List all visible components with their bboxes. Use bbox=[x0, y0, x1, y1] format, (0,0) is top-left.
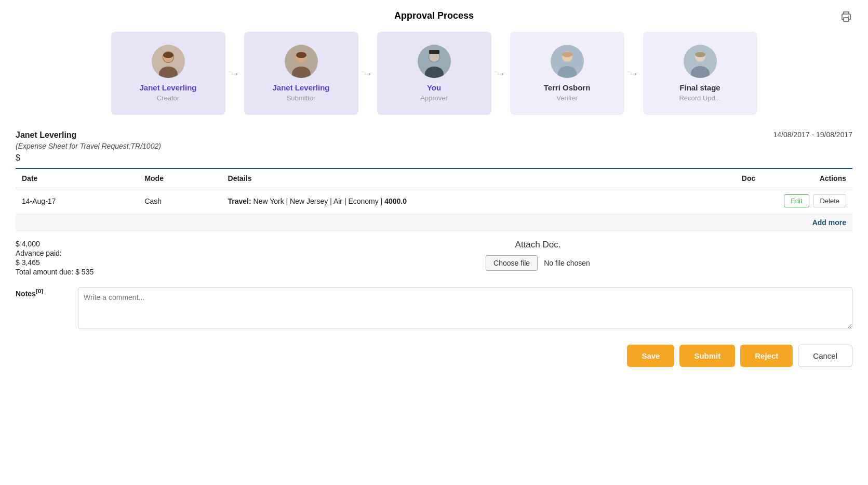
action-buttons: Save Submit Reject Cancel bbox=[16, 345, 852, 367]
col-actions: Actions bbox=[769, 168, 852, 188]
print-icon[interactable] bbox=[840, 10, 852, 25]
step-role-final: Record Upd... bbox=[679, 94, 720, 102]
total-amount: $ 4,000 bbox=[16, 240, 213, 248]
col-details: Details bbox=[222, 168, 728, 188]
arrow-1: → bbox=[230, 68, 240, 80]
step-name-submittor: Janet Leverling bbox=[272, 83, 329, 92]
add-more-cell: Add more bbox=[16, 214, 852, 231]
table-row: 14-Aug-17 Cash Travel: New York | New Je… bbox=[16, 188, 852, 214]
page-title: Approval Process bbox=[16, 10, 852, 21]
step-final: Final stage Record Upd... bbox=[643, 32, 757, 115]
attach-section: Attach Doc. Choose file No file chosen bbox=[223, 240, 852, 277]
step-name-verifier: Terri Osborn bbox=[544, 83, 591, 92]
bottom-section: $ 4,000 Advance paid: $ 3,465 Total amou… bbox=[16, 240, 852, 277]
page-container: Approval Process Janet Leverling Creator… bbox=[0, 0, 868, 485]
advance-amount: $ 3,465 bbox=[16, 258, 213, 267]
expense-subtitle: (Expense Sheet for Travel Request:TR/100… bbox=[16, 142, 852, 150]
details-text: New York | New Jersey | Air | Economy | bbox=[251, 197, 385, 205]
step-name-final: Final stage bbox=[679, 83, 720, 92]
add-more-row: Add more bbox=[16, 214, 852, 231]
cell-mode: Cash bbox=[138, 188, 221, 214]
svg-point-2 bbox=[848, 16, 849, 17]
step-role-verifier: Verifier bbox=[556, 94, 577, 102]
step-approver: You Approver bbox=[377, 32, 491, 115]
due-amount: Total amount due: $ 535 bbox=[16, 268, 213, 276]
avatar-creator bbox=[152, 45, 185, 78]
notes-section: Notes[0] bbox=[16, 287, 852, 329]
svg-rect-1 bbox=[844, 18, 849, 21]
cell-actions: Edit Delete bbox=[769, 188, 852, 214]
expense-table: Date Mode Details Doc Actions 14-Aug-17 … bbox=[16, 168, 852, 231]
submit-button[interactable]: Submit bbox=[679, 345, 735, 367]
step-name-approver: You bbox=[427, 83, 441, 92]
no-file-text: No file chosen bbox=[544, 259, 590, 267]
avatar-final bbox=[684, 45, 717, 78]
file-input-wrapper: Choose file No file chosen bbox=[486, 255, 590, 271]
step-role-submittor: Submittor bbox=[287, 94, 316, 102]
avatar-verifier bbox=[551, 45, 584, 78]
currency-symbol: $ bbox=[16, 153, 852, 163]
arrow-3: → bbox=[496, 68, 506, 80]
svg-point-24 bbox=[695, 52, 705, 57]
svg-point-11 bbox=[296, 52, 306, 58]
details-prefix: Travel: bbox=[228, 197, 251, 205]
advance-label: Advance paid: bbox=[16, 249, 213, 257]
step-name-creator: Janet Leverling bbox=[139, 83, 196, 92]
cancel-button[interactable]: Cancel bbox=[798, 345, 852, 367]
reject-button[interactable]: Reject bbox=[740, 345, 793, 367]
svg-point-20 bbox=[562, 52, 572, 57]
save-button[interactable]: Save bbox=[627, 345, 674, 367]
cell-details: Travel: New York | New Jersey | Air | Ec… bbox=[222, 188, 728, 214]
step-submittor: Janet Leverling Submittor bbox=[244, 32, 358, 115]
notes-textarea[interactable] bbox=[78, 287, 852, 329]
employee-name: Janet Leverling bbox=[16, 130, 852, 140]
arrow-4: → bbox=[629, 68, 639, 80]
notes-label: Notes[0] bbox=[16, 287, 68, 298]
cell-date: 14-Aug-17 bbox=[16, 188, 138, 214]
avatar-submittor bbox=[285, 45, 318, 78]
col-date: Date bbox=[16, 168, 138, 188]
edit-button[interactable]: Edit bbox=[784, 194, 809, 207]
notes-count: [0] bbox=[36, 287, 43, 294]
attach-title: Attach Doc. bbox=[515, 240, 561, 250]
choose-file-button[interactable]: Choose file bbox=[486, 255, 538, 271]
step-verifier: Terri Osborn Verifier bbox=[510, 32, 624, 115]
approval-steps: Janet Leverling Creator → Janet Leverlin… bbox=[16, 32, 852, 115]
step-role-creator: Creator bbox=[157, 94, 179, 102]
date-range: 14/08/2017 - 19/08/2017 bbox=[773, 130, 852, 139]
delete-button[interactable]: Delete bbox=[813, 194, 846, 207]
avatar-approver bbox=[418, 45, 451, 78]
arrow-2: → bbox=[363, 68, 373, 80]
svg-rect-16 bbox=[429, 50, 439, 54]
summary-section: $ 4,000 Advance paid: $ 3,465 Total amou… bbox=[16, 240, 223, 277]
info-section: 14/08/2017 - 19/08/2017 Janet Leverling … bbox=[16, 130, 852, 163]
details-amount: 4000.0 bbox=[384, 197, 407, 205]
step-role-approver: Approver bbox=[420, 94, 448, 102]
add-more-link[interactable]: Add more bbox=[812, 218, 846, 227]
step-creator: Janet Leverling Creator bbox=[111, 32, 225, 115]
col-doc: Doc bbox=[728, 168, 769, 188]
svg-point-7 bbox=[163, 52, 173, 58]
cell-doc bbox=[728, 188, 769, 214]
col-mode: Mode bbox=[138, 168, 221, 188]
